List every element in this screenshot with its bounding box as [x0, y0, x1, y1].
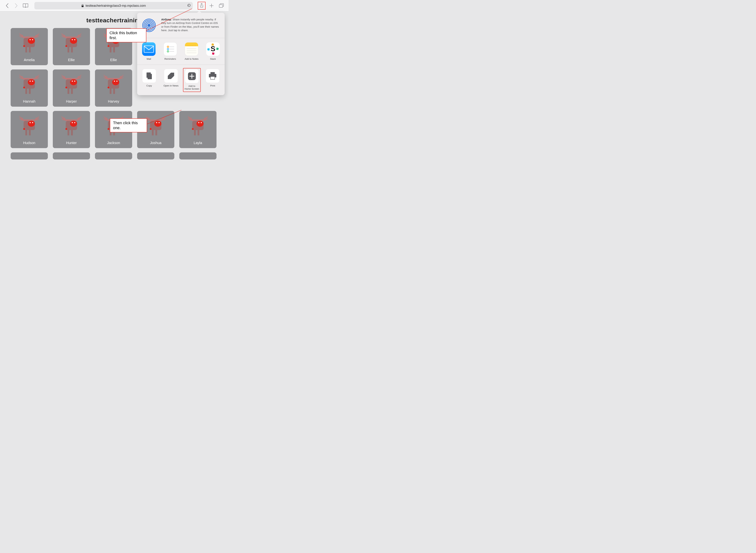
svg-rect-2 [219, 5, 223, 7]
svg-point-25 [70, 79, 77, 85]
student-name: Hannah [23, 99, 35, 103]
svg-rect-48 [149, 120, 162, 121]
share-action-news[interactable]: Open in News [162, 69, 180, 91]
news-icon [164, 69, 178, 83]
share-app-reminders[interactable]: Reminders [162, 43, 179, 60]
callout-2: Then click this one. [110, 118, 147, 132]
airdrop-text: AirDrop. Share instantly with people nea… [161, 18, 221, 32]
mail-icon [142, 43, 156, 56]
student-card[interactable]: Ellie [53, 28, 90, 65]
share-app-notes[interactable]: Add to Notes [183, 43, 200, 60]
share-icon [199, 3, 204, 8]
share-app-slack[interactable]: S Slack [204, 43, 222, 60]
svg-rect-23 [65, 78, 78, 80]
moose-icon [17, 114, 41, 137]
svg-rect-84 [207, 48, 210, 51]
student-card[interactable] [53, 152, 90, 159]
svg-point-68 [168, 49, 168, 50]
back-icon [6, 3, 8, 8]
svg-point-37 [32, 122, 33, 123]
homescreen-icon [185, 69, 198, 83]
new-tab-button[interactable] [207, 2, 216, 10]
svg-rect-64 [144, 46, 154, 53]
svg-rect-3 [23, 36, 35, 38]
student-card[interactable]: Hannah [11, 69, 48, 107]
moose-icon [185, 114, 210, 137]
moose-icon [143, 114, 168, 137]
svg-point-9 [65, 45, 67, 47]
share-action-label: Print [210, 84, 215, 87]
svg-point-36 [29, 122, 31, 123]
svg-point-19 [23, 87, 25, 88]
svg-point-32 [116, 81, 117, 82]
forward-button[interactable] [12, 2, 20, 10]
bookmarks-button[interactable] [22, 2, 29, 10]
svg-rect-0 [82, 5, 83, 7]
svg-point-6 [29, 39, 31, 40]
share-app-label: Add to Notes [185, 58, 198, 60]
svg-rect-87 [212, 52, 215, 55]
svg-point-41 [72, 122, 73, 123]
svg-point-5 [28, 38, 35, 44]
svg-rect-33 [23, 120, 35, 121]
share-app-label: Reminders [164, 58, 176, 60]
share-app-mail[interactable]: Mail [140, 43, 158, 60]
back-button[interactable] [3, 2, 11, 10]
svg-point-29 [107, 87, 109, 88]
share-button[interactable] [198, 2, 205, 10]
share-action-homescreen[interactable]: Add to Home Screen [183, 68, 201, 92]
share-actions-row: Copy Open in News Add to Home Screen Pri… [137, 65, 225, 95]
svg-point-66 [168, 47, 168, 47]
svg-point-54 [192, 128, 194, 130]
svg-point-10 [70, 38, 77, 44]
student-card[interactable] [179, 152, 217, 159]
student-name: Joshua [150, 141, 162, 145]
svg-rect-38 [65, 120, 78, 121]
student-name: Ellie [110, 58, 117, 62]
svg-point-42 [74, 122, 75, 123]
student-card[interactable]: Hunter [53, 111, 90, 148]
svg-rect-96 [211, 77, 215, 79]
svg-point-39 [65, 128, 67, 130]
student-name: Hudson [23, 141, 35, 145]
share-app-label: Mail [147, 58, 151, 60]
browser-toolbar: testteachertrainingclass3-mp.mpclass.com [0, 0, 229, 11]
student-card[interactable]: Layla [179, 111, 217, 148]
svg-point-56 [198, 122, 199, 123]
share-action-label: Copy [146, 84, 152, 87]
svg-point-7 [32, 39, 33, 40]
svg-rect-85 [216, 48, 219, 50]
svg-point-55 [196, 121, 203, 127]
share-sheet: AirDrop. Share instantly with people nea… [137, 13, 225, 95]
svg-point-11 [72, 39, 73, 40]
notes-icon [185, 43, 198, 56]
moose-icon [59, 114, 84, 137]
student-card[interactable] [137, 152, 174, 159]
svg-rect-18 [23, 78, 35, 80]
student-card[interactable]: Amelia [11, 28, 48, 65]
student-card[interactable] [95, 152, 132, 159]
svg-point-44 [107, 128, 109, 130]
student-card[interactable]: Harvey [95, 69, 132, 107]
bookmarks-icon [22, 3, 28, 8]
student-card[interactable]: Harper [53, 69, 90, 107]
svg-point-20 [28, 79, 35, 85]
share-action-print[interactable]: Print [204, 69, 222, 91]
share-action-copy[interactable]: Copy [140, 69, 158, 91]
student-card[interactable] [11, 152, 48, 159]
reload-button[interactable] [187, 3, 191, 8]
address-bar[interactable]: testteachertrainingclass3-mp.mpclass.com [34, 2, 193, 9]
svg-point-31 [114, 81, 115, 82]
svg-point-34 [23, 128, 25, 130]
student-name: Jackson [107, 141, 120, 145]
callout-1: Click this button first. [106, 28, 146, 43]
tabs-button[interactable] [218, 2, 225, 10]
svg-point-26 [72, 81, 73, 82]
svg-point-30 [112, 79, 119, 85]
student-card[interactable]: Hudson [11, 111, 48, 148]
svg-point-4 [23, 45, 25, 47]
newtab-icon [209, 3, 214, 8]
share-action-label: Open in News [164, 84, 179, 87]
svg-point-27 [74, 81, 75, 82]
svg-point-50 [154, 121, 161, 127]
